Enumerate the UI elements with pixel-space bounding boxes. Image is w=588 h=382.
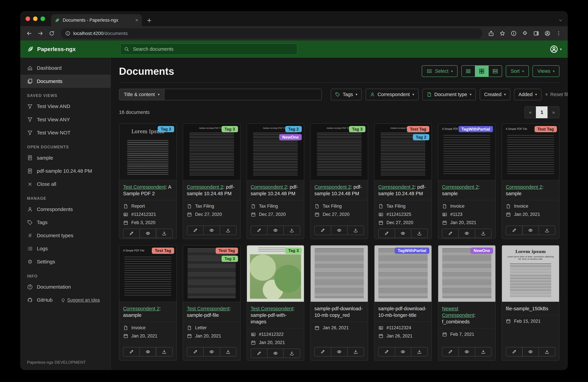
edit-button[interactable] — [187, 226, 204, 235]
edit-button[interactable] — [251, 349, 267, 358]
suggest-an-idea-link[interactable]: Suggest an idea — [61, 298, 100, 303]
zoom-window-button[interactable] — [41, 17, 45, 21]
view-details-button[interactable] — [488, 65, 502, 77]
document-thumbnail[interactable]: Test TagTag 3 — [183, 245, 240, 302]
view-button[interactable] — [203, 347, 220, 357]
edit-button[interactable] — [187, 347, 204, 357]
address-bar[interactable]: localhost:4200/documents — [61, 28, 482, 39]
filter-added-button[interactable]: Added▾ — [514, 89, 542, 100]
select-button[interactable]: Select ▾ — [422, 65, 458, 77]
document-thumbnail[interactable]: NewOne — [438, 245, 495, 302]
edit-button[interactable] — [314, 226, 331, 235]
tag-badge[interactable]: Test Tag — [152, 248, 174, 254]
browser-profile-button[interactable] — [542, 28, 553, 39]
document-thumbnail[interactable]: Adobe Acrobat PDF FilesTag 3 — [311, 124, 368, 181]
sidebar-item-close-all[interactable]: Close all — [20, 178, 110, 191]
document-thumbnail[interactable]: TagWithPartial — [375, 245, 432, 302]
new-tab-button[interactable] — [147, 18, 152, 23]
tag-badge[interactable]: TagWithPartial — [395, 248, 429, 254]
correspondent-link[interactable]: Correspondent 2 — [123, 306, 159, 311]
tab-search-icon[interactable] — [558, 18, 563, 22]
filter-document-type-button[interactable]: Document type▾ — [422, 89, 476, 100]
view-button[interactable] — [395, 229, 412, 238]
correspondent-link[interactable]: Correspondent 2 — [314, 184, 351, 190]
correspondent-link[interactable]: Correspondent 2 — [187, 184, 223, 190]
tag-badge[interactable]: Tag 2 — [413, 134, 429, 140]
document-thumbnail[interactable]: Adobe Acrobat PDF FilesTag 2NewOne — [247, 124, 304, 181]
split-view-button[interactable] — [531, 28, 542, 39]
edit-button[interactable] — [314, 347, 331, 357]
view-button[interactable] — [522, 347, 539, 357]
download-button[interactable] — [347, 347, 364, 357]
tag-badge[interactable]: Tag 2 — [285, 126, 302, 132]
edit-button[interactable] — [378, 347, 395, 357]
correspondent-link[interactable]: Test Correspondent — [251, 306, 293, 311]
sidebar-item-logs[interactable]: Logs — [20, 242, 110, 255]
edit-button[interactable] — [442, 347, 459, 357]
tab-close-icon[interactable]: × — [135, 18, 138, 23]
document-thumbnail[interactable]: Adobe Acrobat PDF FilesTest TagTag 2 — [375, 124, 432, 181]
view-button[interactable] — [458, 229, 475, 238]
site-info-icon[interactable] — [65, 31, 70, 36]
tag-badge[interactable]: NewOne — [470, 248, 493, 254]
document-thumbnail[interactable]: Tag 3 — [247, 245, 304, 302]
edit-button[interactable] — [506, 226, 523, 235]
filter-correspondent-button[interactable]: Correspondent▾ — [366, 89, 419, 100]
close-window-button[interactable] — [25, 17, 30, 21]
views-button[interactable]: Views ▾ — [532, 65, 559, 77]
correspondent-link[interactable]: Test Correspondent — [187, 306, 230, 311]
document-thumbnail[interactable]: Lorem IpsumTag 2 — [119, 124, 176, 181]
tag-badge[interactable]: TagWithPartial — [459, 126, 493, 132]
view-button[interactable] — [203, 226, 220, 235]
correspondent-link[interactable]: Newest Correspondent — [442, 306, 474, 318]
download-button[interactable] — [347, 226, 364, 235]
download-button[interactable] — [220, 226, 236, 235]
back-button[interactable] — [24, 28, 35, 39]
document-thumbnail[interactable] — [311, 245, 368, 302]
view-grid-button[interactable] — [475, 65, 489, 77]
sidebar-item-github[interactable]: GitHubSuggest an idea — [20, 293, 110, 307]
search-input[interactable] — [132, 46, 293, 52]
download-button[interactable] — [283, 349, 300, 358]
sidebar-item-documents[interactable]: Documents — [20, 75, 110, 88]
forward-button[interactable] — [35, 28, 46, 39]
tag-badge[interactable]: Tag 3 — [285, 248, 302, 254]
view-button[interactable] — [395, 347, 412, 357]
download-button[interactable] — [475, 229, 492, 238]
download-button[interactable] — [539, 347, 555, 357]
user-menu[interactable]: ▾ — [550, 45, 562, 53]
tag-badge[interactable]: Tag 3 — [222, 126, 238, 132]
view-button[interactable] — [267, 349, 284, 358]
view-button[interactable] — [140, 229, 156, 238]
extensions-button[interactable] — [520, 28, 530, 39]
browser-tab[interactable]: Documents - Paperless-ngx × — [51, 14, 142, 26]
correspondent-link[interactable]: Correspondent 2 — [378, 184, 415, 190]
tag-badge[interactable]: Tag 3 — [349, 126, 365, 132]
sidebar-item-documentation[interactable]: Documentation — [20, 280, 110, 293]
reset-filters-button[interactable]: × Reset filters — [545, 92, 568, 97]
tag-badge[interactable]: Test Tag — [407, 126, 429, 132]
tag-badge[interactable]: Test Tag — [216, 248, 238, 254]
view-button[interactable] — [331, 226, 348, 235]
view-list-button[interactable] — [462, 65, 475, 77]
document-thumbnail[interactable]: A Simple PDF FileTagWithPartial — [438, 124, 495, 181]
edit-button[interactable] — [251, 226, 267, 235]
filter-field-dropdown[interactable]: Title & content ▾ — [119, 89, 164, 100]
pagination-page-1-button[interactable]: 1 — [536, 106, 548, 118]
tag-badge[interactable]: Tag 2 — [158, 126, 174, 132]
sidebar-item-pdf-sample-10-24-48-pm[interactable]: pdf-sample 10.24.48 PM — [20, 164, 110, 178]
bookmark-button[interactable] — [497, 28, 508, 39]
download-button[interactable] — [156, 347, 173, 357]
edit-button[interactable] — [123, 229, 140, 238]
sidebar-item-test-view-and[interactable]: Test View AND — [20, 100, 110, 113]
correspondent-link[interactable]: Correspondent 2 — [506, 184, 542, 190]
download-button[interactable] — [220, 347, 236, 357]
document-thumbnail[interactable]: A Simple PDF FileTest Tag — [502, 124, 559, 181]
download-button[interactable] — [411, 347, 428, 357]
minimize-window-button[interactable] — [33, 17, 38, 21]
filter-tags-button[interactable]: Tags▾ — [331, 89, 362, 100]
sidebar-item-test-view-not[interactable]: Test View NOT — [20, 126, 110, 139]
pagination-next-button[interactable]: » — [547, 106, 559, 118]
view-button[interactable] — [331, 347, 348, 357]
view-button[interactable] — [522, 226, 539, 235]
